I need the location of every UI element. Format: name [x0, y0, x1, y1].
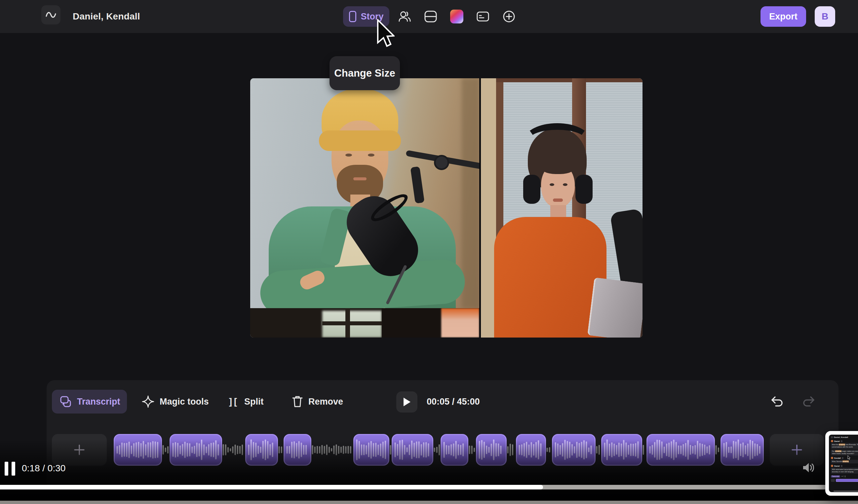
remove-button[interactable]: Remove: [292, 390, 343, 413]
pause-bar: [5, 462, 8, 476]
timeline-segment[interactable]: [353, 434, 390, 466]
pip-timeline-segment: [836, 479, 858, 482]
timeline-segment[interactable]: [552, 434, 595, 466]
color-gradient-icon: [450, 10, 463, 23]
pip-transcript-pill: Transcript: [831, 475, 840, 477]
pip-mini-timeline: [831, 479, 858, 482]
clip-timecode: 00:05 / 45:00: [427, 390, 480, 413]
app-logo-button[interactable]: [41, 5, 61, 25]
layout-rows-icon: [424, 10, 437, 23]
laptop: [587, 277, 642, 338]
player-progress-fill: [0, 485, 543, 489]
timeline-segment[interactable]: [516, 434, 546, 466]
change-size-tooltip: Change Size: [330, 56, 400, 90]
waveform-logo-icon: [45, 9, 57, 21]
timeline-segment[interactable]: [647, 434, 715, 466]
audio-timeline-track[interactable]: [114, 434, 764, 466]
player-time: 0:18 / 0:30: [22, 460, 65, 477]
man-beanie-band: [319, 130, 401, 151]
pip-cursor: [847, 455, 851, 460]
timeline-gap-waveform: [222, 434, 245, 466]
volume-icon: [803, 462, 816, 474]
player-progress-bar[interactable]: [0, 485, 858, 489]
split-icon: ][: [229, 397, 239, 407]
timeline-segment[interactable]: [114, 434, 162, 466]
undo-icon: [770, 396, 784, 408]
captions-button[interactable]: [476, 10, 490, 23]
timeline-segment[interactable]: [441, 434, 468, 466]
timeline-segment[interactable]: [170, 434, 222, 466]
woman-eye: [563, 183, 568, 186]
magic-tools-button[interactable]: Magic tools: [142, 390, 209, 413]
timeline-gap-waveform: [278, 434, 284, 466]
people-icon: [398, 10, 411, 23]
strip-window-mullion: [322, 321, 382, 325]
plus-icon: [791, 444, 803, 456]
pip-add-button: [831, 479, 835, 482]
user-avatar[interactable]: B: [815, 6, 835, 27]
document-title: Daniel, Kendall: [73, 0, 140, 33]
timeline-segment[interactable]: [601, 434, 642, 466]
layout-button[interactable]: [424, 10, 437, 23]
strip-arm: [441, 308, 479, 338]
trash-icon: [292, 395, 303, 408]
split-button[interactable]: ][ Split: [229, 390, 264, 413]
player-volume-button[interactable]: [803, 462, 816, 475]
headphone-cup: [575, 175, 593, 204]
story-phone-icon: [349, 11, 356, 22]
mic-boom-hinge: [434, 155, 449, 170]
woman-eye: [550, 183, 554, 186]
timeline-gap-waveform: [162, 434, 170, 466]
timeline-segment[interactable]: [720, 434, 764, 466]
remove-label: Remove: [308, 397, 343, 407]
video-preview-canvas[interactable]: [250, 78, 642, 338]
play-icon: [402, 397, 411, 407]
add-media-button[interactable]: [503, 10, 515, 23]
timeline-add-right-button[interactable]: [770, 434, 824, 466]
timeline-segment[interactable]: [476, 434, 507, 466]
clip-play-button[interactable]: [396, 391, 417, 412]
speakers-button[interactable]: [398, 10, 411, 23]
magic-tools-label: Magic tools: [160, 397, 209, 407]
screen-bottom-strip: [0, 501, 858, 504]
player-pause-button[interactable]: [5, 462, 19, 476]
pip-speaker-name: Daniel: [834, 465, 840, 467]
pip-timestamp-badge: ·: [841, 465, 843, 467]
timeline-gap-waveform: [546, 434, 552, 466]
pip-screen: Daniel, Kendall Daniel·Meet the amazing …: [829, 435, 858, 492]
mouse-cursor: [376, 19, 395, 50]
pip-paragraph: Meet the amazing new Riverside. The on s…: [831, 443, 858, 449]
plus-icon: [74, 444, 85, 456]
pip-speaker-row: Daniel·: [831, 440, 858, 442]
pip-toolbar-icons: ✦ ⌶ ][: [841, 475, 846, 477]
pip-logo-icon: [831, 436, 833, 438]
timeline-gap-waveform: [468, 434, 476, 466]
window-frame: [496, 78, 642, 82]
pip-paragraph: With automated transcriptions powered b …: [831, 468, 858, 474]
export-button[interactable]: Export: [761, 6, 806, 27]
pause-bar: [12, 462, 15, 476]
pip-avatar: [831, 457, 833, 459]
speaker-right-video[interactable]: [481, 78, 642, 338]
transcript-icon: [60, 396, 73, 408]
pip-thumbnail[interactable]: Daniel, Kendall Daniel·Meet the amazing …: [825, 431, 858, 496]
speaker-left-video[interactable]: [250, 78, 479, 338]
headphone-cup: [523, 175, 540, 204]
timeline-segment[interactable]: [392, 434, 433, 466]
pip-paragraph: Our amazing magic makes you sound like a…: [831, 450, 858, 455]
pip-speaker-row: Kendall·: [831, 457, 858, 459]
man-eye: [368, 153, 375, 157]
timeline-segment[interactable]: [245, 434, 278, 466]
pip-toolbar: Transcript ✦ ⌶ ][: [831, 475, 858, 477]
redo-button[interactable]: [802, 396, 815, 409]
pip-avatar: [831, 465, 833, 467]
bottom-clip-strip: [250, 308, 479, 338]
pip-speaker-name: Kendall: [834, 457, 841, 459]
transcript-tab[interactable]: Transcript: [52, 390, 127, 413]
strip-shadow: [382, 308, 441, 338]
appearance-button[interactable]: [450, 10, 463, 23]
pip-avatar: [831, 440, 833, 442]
timeline-segment[interactable]: [284, 434, 311, 466]
timeline-gap-waveform: [715, 434, 720, 466]
undo-button[interactable]: [770, 396, 784, 409]
